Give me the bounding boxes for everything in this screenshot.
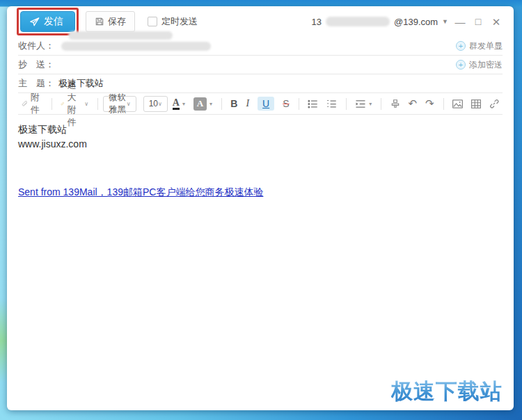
recipient-row: 收件人： + 群发单显 (18, 37, 503, 56)
font-color-icon: A (173, 98, 180, 110)
table-icon (471, 99, 481, 108)
paperclip-large-icon (61, 99, 64, 108)
schedule-send-checkbox[interactable] (148, 17, 157, 26)
cc-row: 抄 送： + 添加密送 (18, 56, 503, 74)
mass-send-single-display-label: 群发单显 (469, 40, 503, 52)
send-button[interactable]: 发信 (20, 11, 75, 32)
send-button-label: 发信 (44, 15, 63, 28)
numbered-list-icon (326, 99, 337, 108)
format-painter-icon (390, 99, 400, 108)
link-icon (489, 99, 499, 108)
highlight-color-icon: A (193, 97, 207, 111)
floppy-save-icon (95, 17, 104, 26)
recipient-label: 收件人： (18, 40, 54, 52)
chevron-down-icon: ▾ (209, 101, 212, 107)
insert-link-button[interactable] (486, 97, 503, 111)
font-family-select[interactable]: 微软雅黑 ∨ (103, 96, 136, 112)
chevron-down-icon: ∨ (127, 101, 131, 107)
indent-button[interactable]: ▾ (351, 97, 375, 111)
account-domain: @139.com (394, 17, 438, 27)
schedule-send-option[interactable]: 定时发送 (148, 15, 198, 28)
format-painter-button[interactable] (387, 97, 404, 111)
maximize-button[interactable]: □ (470, 17, 486, 26)
recipient-redacted-blur (68, 31, 173, 40)
add-bcc-label: 添加密送 (469, 59, 503, 71)
attachment-label: 附件 (31, 91, 42, 116)
insert-image-button[interactable] (449, 97, 466, 111)
undo-button[interactable]: ↶ (405, 95, 421, 112)
highlight-color-button[interactable]: A ▾ (190, 95, 216, 113)
redo-button[interactable]: ↷ (422, 95, 438, 112)
account-dropdown-caret-icon[interactable]: ▼ (442, 18, 448, 25)
close-button[interactable]: ✕ (489, 17, 504, 27)
compose-mail-window: 发信 保存 定时发送 13 @139.com ▼ — □ ✕ 收件人： + 群发… (7, 6, 514, 410)
underline-icon: U (258, 97, 274, 111)
bullet-list-icon (308, 99, 318, 108)
underline-button[interactable]: U (254, 95, 278, 113)
strikethrough-button[interactable]: S (279, 96, 292, 111)
font-size-select[interactable]: 10 ∨ (143, 96, 168, 112)
recipient-redacted-blur (61, 42, 211, 51)
save-button[interactable]: 保存 (86, 11, 135, 32)
subject-row: 主 题： 极速下载站 (18, 74, 503, 93)
cc-label: 抄 送： (18, 58, 54, 71)
site-watermark: 极速下载站 (391, 377, 503, 406)
attachment-button[interactable]: 附件 (18, 89, 46, 118)
account-and-window-controls: 13 @139.com ▼ — □ ✕ (312, 17, 504, 27)
account-prefix: 13 (312, 17, 322, 27)
signature-link[interactable]: Sent from 139Mail，139邮箱PC客户端给您商务极速体验 (18, 186, 263, 199)
font-size-value: 10 (149, 99, 158, 108)
subject-label: 主 题： (18, 77, 54, 90)
chevron-down-icon: ∨ (158, 101, 162, 107)
add-bcc-button[interactable]: + 添加密送 (456, 59, 503, 71)
plus-circle-icon: + (456, 41, 466, 51)
bullet-list-button[interactable] (304, 97, 322, 111)
format-toolbar: 附件 超大附件 ∨ 微软雅黑 ∨ 10 ∨ A ▾ A ▾ B I U S (18, 93, 503, 115)
numbered-list-button[interactable] (323, 97, 340, 111)
image-icon (452, 99, 463, 108)
font-color-button[interactable]: A ▾ (169, 96, 189, 112)
chevron-down-icon: ∨ (84, 101, 88, 107)
subject-input[interactable]: 极速下载站 (58, 77, 104, 90)
italic-button[interactable]: I (242, 96, 253, 111)
indent-icon (355, 99, 366, 108)
bold-button[interactable]: B (227, 96, 241, 111)
mass-send-single-display-button[interactable]: + 群发单显 (456, 40, 503, 52)
font-family-value: 微软雅黑 (109, 92, 126, 115)
account-redacted-blur (326, 17, 390, 26)
paper-plane-icon (29, 17, 40, 27)
body-text-line: www.jisuxz.com (18, 138, 503, 151)
plus-circle-icon: + (456, 60, 466, 70)
chevron-down-icon: ▾ (182, 101, 185, 107)
minimize-button[interactable]: — (452, 17, 468, 27)
paperclip-icon (22, 99, 28, 108)
send-button-highlight-box: 发信 (17, 8, 79, 35)
insert-table-button[interactable] (468, 97, 484, 111)
save-button-label: 保存 (108, 15, 126, 28)
chevron-down-icon: ▾ (369, 101, 372, 107)
cc-input[interactable] (54, 60, 456, 70)
schedule-send-label: 定时发送 (161, 15, 198, 28)
